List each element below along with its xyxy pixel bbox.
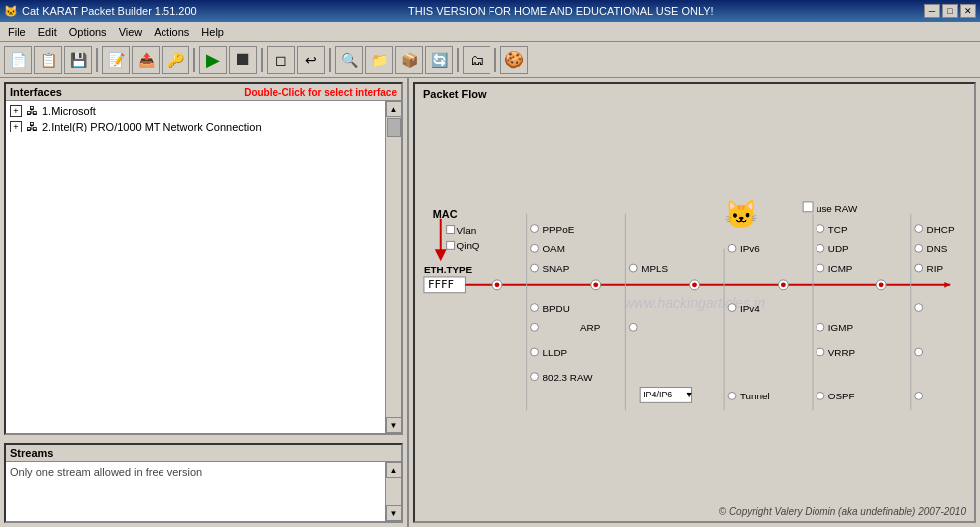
interfaces-title: Interfaces [10, 86, 62, 98]
radio-oam[interactable] [531, 244, 539, 252]
flow-diagram: 🐱 use RAW MAC Vlan QinQ [415, 104, 974, 521]
interfaces-scrollbar[interactable]: ▲ ▼ [385, 101, 401, 433]
radio-tcp[interactable] [817, 225, 824, 233]
main-area: Interfaces Double-Click for select inter… [0, 78, 980, 527]
eth-type-value: FFFF [428, 278, 454, 291]
radio-udp[interactable] [817, 244, 824, 252]
grid-button[interactable]: 🗂 [463, 46, 490, 74]
new-button[interactable]: 📄 [4, 46, 32, 74]
radio-igmp[interactable] [817, 323, 824, 331]
radio-l5-inner [879, 282, 884, 287]
package-button[interactable]: 📦 [395, 46, 423, 74]
radio-arp2[interactable] [629, 323, 637, 331]
stop-button[interactable]: ⏹ [229, 46, 257, 74]
flow-svg: 🐱 use RAW MAC Vlan QinQ [419, 108, 970, 517]
play-button[interactable]: ▶ [199, 46, 227, 74]
scrollbar-track [386, 117, 401, 417]
close-button[interactable]: ✕ [960, 4, 976, 18]
interface-item-1[interactable]: + 🖧 1.Microsoft [8, 103, 383, 119]
copyright: © Copyright Valery Diomin (aka undefinab… [719, 506, 966, 517]
streams-note: Only one stream allowed in free version [10, 466, 202, 478]
menu-bar: File Edit Options View Actions Help [0, 22, 980, 42]
radio-icmp[interactable] [817, 264, 824, 272]
expand-icon-2[interactable]: + [10, 121, 22, 132]
igmp-label: IGMP [828, 322, 854, 333]
snap-label: SNAP [542, 263, 569, 274]
radio-dns[interactable] [915, 244, 923, 252]
toolbar-sep-5 [457, 48, 459, 72]
qinq-label: QinQ [457, 240, 480, 251]
cat-icon: 🐱 [724, 198, 759, 231]
ip46-arrow: ▼ [685, 390, 694, 399]
cookie-button[interactable]: 🍪 [500, 46, 528, 74]
radio-l4-inner [781, 282, 786, 287]
interface-name-2: 2.Intel(R) PRO/1000 MT Network Connectio… [42, 121, 262, 132]
streams-scrollbar[interactable]: ▲ ▼ [385, 462, 401, 521]
radio-mpls[interactable] [629, 264, 637, 272]
save-button[interactable]: 💾 [64, 46, 92, 74]
key-button[interactable]: 🔑 [162, 46, 189, 74]
radio-extra3[interactable] [915, 392, 923, 399]
radio-arp[interactable] [531, 323, 539, 331]
edit-button[interactable]: 📝 [102, 46, 130, 74]
minimize-button[interactable]: ─ [924, 4, 940, 18]
vrrp-label: VRRP [828, 347, 856, 358]
radio-ospf[interactable] [817, 392, 824, 399]
radio-vrrp[interactable] [817, 348, 824, 356]
radio-extra2[interactable] [915, 348, 923, 356]
pppoe-label: PPPoE [542, 224, 574, 235]
streams-content: Only one stream allowed in free version [6, 462, 385, 521]
toolbar-sep-1 [96, 48, 98, 72]
use-raw-checkbox[interactable] [803, 202, 813, 212]
radio-extra1[interactable] [915, 304, 923, 312]
menu-view[interactable]: View [113, 24, 149, 40]
eth-type-label: ETH.TYPE [424, 264, 473, 275]
radio-8023raw[interactable] [531, 373, 539, 381]
box-button[interactable]: ◻ [267, 46, 295, 74]
streams-scrollbar-up[interactable]: ▲ [386, 462, 402, 478]
dhcp-label: DHCP [927, 224, 955, 235]
vlan-checkbox[interactable] [447, 226, 455, 234]
menu-edit[interactable]: Edit [32, 24, 63, 40]
radio-lldp[interactable] [531, 348, 539, 356]
menu-options[interactable]: Options [63, 24, 113, 40]
menu-help[interactable]: Help [195, 24, 230, 40]
expand-icon-1[interactable]: + [10, 105, 22, 117]
undo-button[interactable]: ↩ [297, 46, 325, 74]
qinq-checkbox[interactable] [447, 241, 455, 249]
bpdu-label: BPDU [542, 303, 569, 314]
scrollbar-up[interactable]: ▲ [386, 101, 402, 117]
open-button[interactable]: 📋 [34, 46, 62, 74]
lldp-label: LLDP [542, 347, 567, 358]
search-button[interactable]: 🔍 [335, 46, 363, 74]
scrollbar-thumb[interactable] [387, 118, 401, 137]
interface-item-2[interactable]: + 🖧 2.Intel(R) PRO/1000 MT Network Conne… [8, 119, 383, 134]
left-panel: Interfaces Double-Click for select inter… [0, 78, 409, 527]
refresh-button[interactable]: 🔄 [425, 46, 453, 74]
folder-button[interactable]: 📁 [365, 46, 393, 74]
radio-ipv6[interactable] [728, 244, 736, 252]
toolbar-sep-2 [193, 48, 195, 72]
radio-dhcp[interactable] [915, 225, 923, 233]
maximize-button[interactable]: □ [942, 4, 958, 18]
vlan-label: Vlan [457, 225, 477, 236]
radio-snap[interactable] [531, 264, 539, 272]
menu-actions[interactable]: Actions [148, 24, 195, 40]
export-button[interactable]: 📤 [132, 46, 160, 74]
interfaces-list: + 🖧 1.Microsoft + 🖧 2.Intel(R) PRO/1000 … [6, 101, 385, 433]
udp-label: UDP [828, 243, 849, 254]
streams-section: Streams Only one stream allowed in free … [4, 443, 403, 523]
ip46-value: IP4/IP6 [643, 390, 672, 399]
radio-rip[interactable] [915, 264, 923, 272]
menu-file[interactable]: File [2, 24, 32, 40]
radio-pppoe[interactable] [531, 225, 539, 233]
dns-label: DNS [927, 243, 948, 254]
radio-ipv4[interactable] [728, 304, 736, 312]
streams-scrollbar-down[interactable]: ▼ [386, 505, 402, 521]
packet-flow-area: Packet Flow www.hackingarticles.in 🐱 use… [413, 82, 976, 523]
toolbar-sep-3 [261, 48, 263, 72]
radio-tunnel[interactable] [728, 392, 736, 399]
scrollbar-down[interactable]: ▼ [386, 417, 402, 433]
streams-scrollbar-track [386, 478, 401, 505]
radio-bpdu[interactable] [531, 304, 539, 312]
